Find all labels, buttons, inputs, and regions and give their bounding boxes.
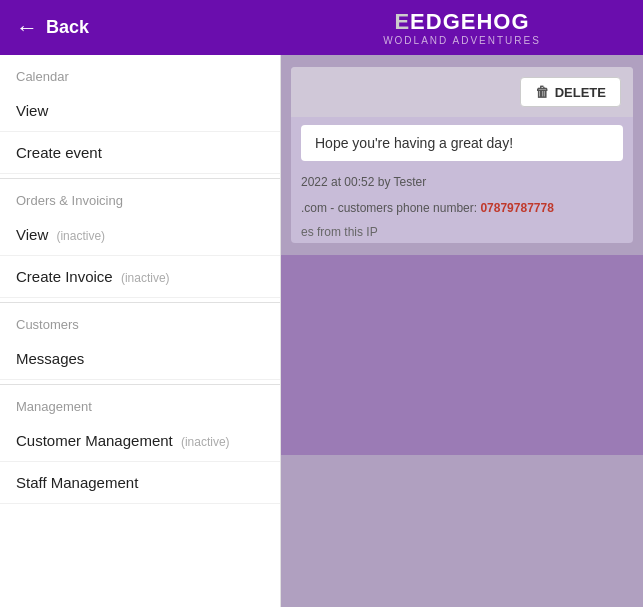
- logo-sub-text: WODLAND ADVENTURES: [383, 35, 541, 46]
- message-box: Hope you're having a great day!: [301, 125, 623, 161]
- logo-area: EEDGEHOG WODLAND ADVENTURES: [281, 9, 643, 46]
- back-button[interactable]: ← Back: [0, 15, 281, 41]
- content-area: 🗑 DELETE Hope you're having a great day!…: [281, 55, 643, 607]
- ip-line: es from this IP: [291, 221, 633, 243]
- sidebar-item-view-calendar[interactable]: View: [0, 90, 280, 132]
- section-label-management: Management: [0, 385, 280, 420]
- sidebar: Calendar View Create event Orders & Invo…: [0, 55, 281, 607]
- phone-number: 07879787778: [480, 201, 553, 215]
- trash-icon: 🗑: [535, 84, 549, 100]
- back-label: Back: [46, 17, 89, 38]
- logo-main-text: EEDGEHOG: [394, 9, 529, 35]
- sidebar-item-customer-management[interactable]: Customer Management (inactive): [0, 420, 280, 462]
- sidebar-item-staff-management[interactable]: Staff Management: [0, 462, 280, 504]
- main-container: Calendar View Create event Orders & Invo…: [0, 55, 643, 607]
- info-line: 2022 at 00:52 by Tester: [291, 169, 633, 195]
- delete-button[interactable]: 🗑 DELETE: [520, 77, 621, 107]
- bottom-purple-area: [281, 255, 643, 455]
- sidebar-item-view-orders[interactable]: View (inactive): [0, 214, 280, 256]
- section-label-calendar: Calendar: [0, 55, 280, 90]
- sidebar-item-create-invoice[interactable]: Create Invoice (inactive): [0, 256, 280, 298]
- email-phone-line: .com - customers phone number: 078797877…: [291, 195, 633, 221]
- section-label-orders: Orders & Invoicing: [0, 179, 280, 214]
- content-inner: 🗑 DELETE Hope you're having a great day!…: [291, 67, 633, 243]
- header: ← Back EEDGEHOG WODLAND ADVENTURES: [0, 0, 643, 55]
- sidebar-item-messages[interactable]: Messages: [0, 338, 280, 380]
- back-arrow-icon: ←: [16, 15, 38, 41]
- sidebar-item-create-event[interactable]: Create event: [0, 132, 280, 174]
- delete-bar: 🗑 DELETE: [291, 67, 633, 117]
- section-label-customers: Customers: [0, 303, 280, 338]
